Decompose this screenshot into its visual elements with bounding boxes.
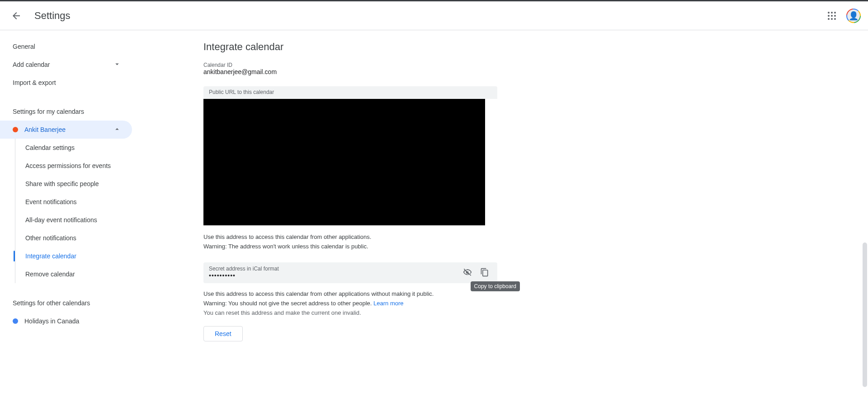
sidebar-sub-integrate-calendar[interactable]: Integrate calendar	[0, 247, 132, 265]
sidebar-section-my-calendars: Settings for my calendars	[0, 103, 136, 121]
learn-more-link[interactable]: Learn more	[373, 300, 403, 307]
sidebar-sub-allday-notifications[interactable]: All-day event notifications	[0, 211, 132, 229]
back-button[interactable]	[7, 7, 25, 25]
settings-sidebar: General Add calendar Import & export Set…	[0, 30, 136, 420]
copy-to-clipboard-button[interactable]	[477, 265, 492, 280]
account-avatar[interactable]: 👤	[846, 9, 861, 23]
redacted-block	[203, 99, 485, 225]
sidebar-sub-remove-calendar[interactable]: Remove calendar	[0, 265, 132, 283]
sidebar-sub-access-permissions[interactable]: Access permissions for events	[0, 157, 132, 175]
calendar-color-dot-icon	[13, 127, 18, 132]
public-url-help: Use this address to access this calendar…	[203, 233, 497, 240]
main-content: Integrate calendar Calendar ID ankitbane…	[136, 30, 868, 420]
toggle-visibility-button[interactable]	[460, 265, 475, 280]
visibility-off-icon	[463, 268, 472, 277]
arrow-left-icon	[11, 10, 22, 21]
secret-address-value: ••••••••••	[209, 272, 279, 279]
sidebar-item-label: Holidays in Canada	[24, 317, 79, 325]
sidebar-item-label: Event notifications	[25, 198, 77, 205]
sidebar-item-label: Access permissions for events	[25, 161, 111, 170]
sidebar-item-label: Import & export	[13, 79, 56, 86]
public-url-box: Public URL to this calendar	[203, 86, 497, 99]
sidebar-item-label: General	[13, 43, 35, 50]
sidebar-section-other-calendars: Settings for other calendars	[0, 294, 136, 312]
reset-button[interactable]: Reset	[203, 326, 243, 341]
secret-address-box: Secret address in iCal format ••••••••••…	[203, 262, 497, 283]
sidebar-item-label: Share with specific people	[25, 180, 99, 187]
reset-info-text: You can reset this address and make the …	[203, 309, 497, 316]
copy-icon	[480, 268, 489, 277]
public-url-label: Public URL to this calendar	[209, 89, 492, 95]
calendar-id-value: ankitbanerjee@gmail.com	[203, 68, 497, 75]
avatar-image: 👤	[847, 9, 860, 22]
scrollbar-track[interactable]	[863, 243, 867, 387]
sidebar-sub-calendar-settings[interactable]: Calendar settings	[0, 139, 132, 157]
sidebar-sub-other-notifications[interactable]: Other notifications	[0, 229, 132, 247]
calendar-id-label: Calendar ID	[203, 62, 497, 68]
calendar-color-dot-icon	[13, 318, 18, 324]
sidebar-item-label: Add calendar	[13, 61, 50, 68]
google-apps-button[interactable]	[823, 7, 841, 25]
sidebar-item-add-calendar[interactable]: Add calendar	[0, 56, 132, 74]
sidebar-item-label: Integrate calendar	[25, 252, 76, 260]
sidebar-item-general[interactable]: General	[0, 37, 132, 56]
chevron-down-icon	[113, 60, 121, 70]
sidebar-item-label: Remove calendar	[25, 271, 75, 278]
sidebar-item-label: Ankit Banerjee	[24, 126, 66, 133]
copy-tooltip: Copy to clipboard	[471, 281, 520, 291]
secret-address-help: Use this address to access this calendar…	[203, 290, 497, 297]
scrollbar-thumb[interactable]	[863, 243, 867, 387]
sidebar-sub-event-notifications[interactable]: Event notifications	[0, 193, 132, 211]
sidebar-item-label: Calendar settings	[25, 144, 75, 151]
secret-address-warning: Warning: You should not give the secret …	[203, 300, 497, 307]
page-title: Settings	[34, 10, 71, 22]
sidebar-item-label: Other notifications	[25, 234, 76, 242]
chevron-up-icon	[113, 125, 121, 135]
sidebar-item-owner-calendar[interactable]: Ankit Banerjee	[0, 121, 132, 139]
section-title: Integrate calendar	[203, 41, 497, 53]
public-url-warning: Warning: The address won't work unless t…	[203, 243, 497, 250]
sidebar-sub-share-people[interactable]: Share with specific people	[0, 175, 132, 193]
sidebar-item-label: All-day event notifications	[25, 216, 97, 224]
sidebar-item-holidays-canada[interactable]: Holidays in Canada	[0, 312, 132, 330]
apps-grid-icon	[828, 12, 836, 20]
header: Settings 👤	[0, 1, 868, 30]
secret-address-label: Secret address in iCal format	[209, 266, 279, 272]
sidebar-item-import-export[interactable]: Import & export	[0, 74, 132, 92]
